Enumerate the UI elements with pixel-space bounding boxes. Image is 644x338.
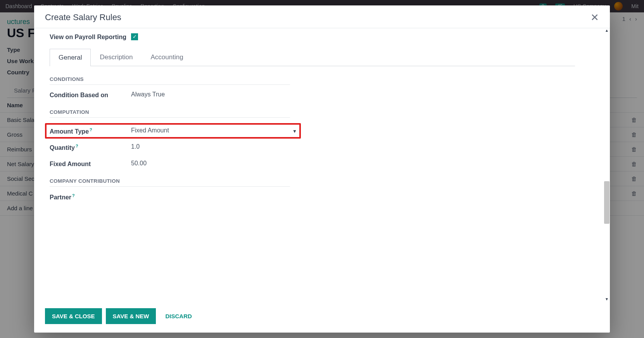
save-close-button[interactable]: SAVE & CLOSE [45,308,102,324]
field-label-fixed-amount: Fixed Amount [50,159,131,168]
help-icon[interactable]: ? [90,127,92,132]
amount-type-value: Fixed Amount [131,127,169,134]
close-icon: ✕ [590,12,599,23]
section-head-computation: COMPUTATION [50,109,290,118]
partner-input[interactable] [131,192,290,193]
modal-body[interactable]: View on Payroll Reporting ✓ General Desc… [34,28,610,302]
view-on-payroll-checkbox[interactable]: ✓ [131,33,138,40]
help-icon[interactable]: ? [76,144,78,148]
check-icon: ✓ [133,34,137,39]
field-label-partner: Partner? [50,192,131,202]
tabs: General Description Accounting [50,48,575,66]
tab-description[interactable]: Description [91,48,142,66]
field-label-amount-type: Amount Type? [50,126,131,136]
fixed-amount-input[interactable]: 50.00 [131,159,290,167]
field-label-quantity: Quantity? [50,142,131,153]
condition-based-on-value[interactable]: Always True [131,90,290,98]
field-label-view-on-payroll: View on Payroll Reporting [50,32,131,41]
chevron-down-icon: ▼ [292,129,297,134]
modal-title: Create Salary Rules [45,12,121,22]
modal-footer: SAVE & CLOSE SAVE & NEW DISCARD [34,302,610,333]
discard-button[interactable]: DISCARD [160,308,199,324]
field-label-condition-based-on: Condition Based on [50,90,131,100]
tab-accounting[interactable]: Accounting [142,48,192,66]
close-button[interactable]: ✕ [590,12,599,22]
create-salary-rules-modal: Create Salary Rules ✕ View on Payroll Re… [34,5,610,333]
help-icon[interactable]: ? [72,193,75,198]
amount-type-select[interactable]: Fixed Amount ▼ [131,126,299,134]
highlighted-amount-type-row: Amount Type? Fixed Amount ▼ [45,123,301,139]
save-new-button[interactable]: SAVE & NEW [106,308,156,324]
section-head-company-contribution: COMPANY CONTRIBUTION [50,178,290,187]
section-head-conditions: CONDITIONS [50,76,290,85]
quantity-input[interactable]: 1.0 [131,142,290,150]
tab-general[interactable]: General [50,49,91,66]
